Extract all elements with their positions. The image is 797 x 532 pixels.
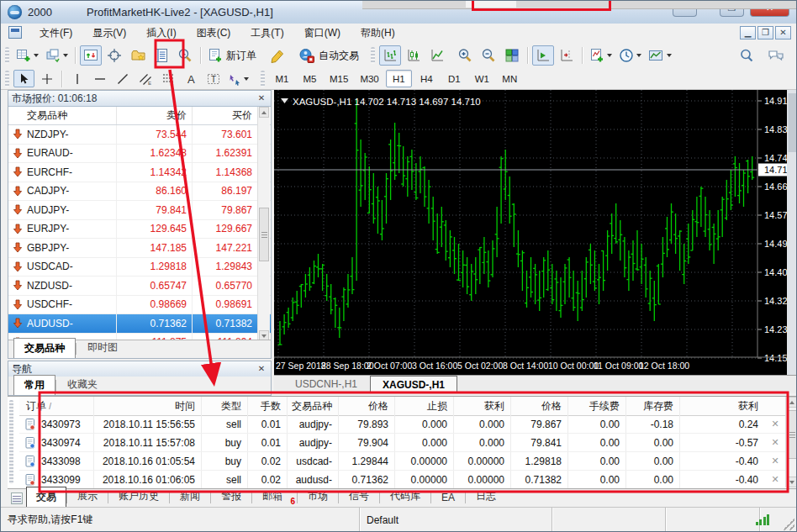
- toolbar-gripper[interactable]: [5, 71, 9, 87]
- menu-item[interactable]: 文件(F): [29, 24, 82, 43]
- market-watch-row[interactable]: CADJPY-86.16086.197: [8, 182, 271, 202]
- terminal-tab-5[interactable]: 邮箱6: [252, 486, 297, 507]
- period-button-m15[interactable]: M15: [325, 70, 353, 87]
- fibonacci-button[interactable]: F: [157, 70, 178, 87]
- market-watch-row[interactable]: EURCHF-1.143421.14368: [8, 163, 271, 182]
- chart-bars-button[interactable]: [379, 45, 401, 66]
- dropdown-arrow-icon[interactable]: [607, 54, 612, 57]
- terminal-tab-1[interactable]: 展示: [67, 486, 108, 507]
- navigator-tab-1[interactable]: 收藏夹: [56, 374, 108, 395]
- mdi-restore-button[interactable]: ❐: [757, 26, 773, 40]
- zoom-in-button[interactable]: [454, 45, 476, 66]
- crosshair-cursor-button[interactable]: [36, 70, 57, 87]
- strategy-tester-button[interactable]: [174, 45, 196, 66]
- search-button[interactable]: [736, 45, 757, 66]
- chart-shift-button[interactable]: [556, 45, 578, 66]
- autotrading-label[interactable]: 自动交易: [319, 49, 359, 63]
- close-order-icon[interactable]: ✕: [764, 419, 786, 429]
- market-watch-column-header[interactable]: 交易品种卖价买价: [8, 107, 271, 125]
- terminal-tab-3[interactable]: 新闻: [170, 486, 210, 507]
- toolbar-gripper[interactable]: [261, 71, 265, 87]
- market-watch-header[interactable]: 市场报价: 01:06:18 ✕: [8, 91, 271, 107]
- horizontal-line-button[interactable]: [89, 70, 110, 87]
- terminal-tab-8[interactable]: 代码库: [380, 486, 430, 507]
- market-watch-scrollbar[interactable]: [257, 107, 270, 341]
- navigator-tab-0[interactable]: 常用: [13, 375, 55, 395]
- period-button-h4[interactable]: H4: [414, 70, 440, 87]
- terminal-tab-7[interactable]: 信号: [339, 486, 379, 507]
- chat-button[interactable]: [765, 45, 787, 66]
- tile-windows-button[interactable]: [501, 45, 523, 66]
- mdi-close-button[interactable]: ✕: [775, 26, 791, 40]
- new-chart-button[interactable]: [13, 45, 41, 66]
- column-header-ask[interactable]: 买价: [192, 107, 257, 124]
- navigator-toggle-button[interactable]: [127, 45, 149, 66]
- period-button-m5[interactable]: M5: [297, 70, 323, 87]
- terminal-tab-9[interactable]: EA: [431, 488, 465, 507]
- mdi-minimize-button[interactable]: ▁: [740, 26, 756, 40]
- menu-item[interactable]: 插入(I): [136, 24, 186, 43]
- column-header-open-price[interactable]: 价格: [338, 397, 394, 415]
- column-header-symbol[interactable]: 交易品种: [27, 108, 116, 123]
- arrows-button[interactable]: [225, 70, 251, 87]
- dropdown-arrow-icon[interactable]: [63, 54, 68, 57]
- terminal-tab-10[interactable]: 日志: [466, 486, 506, 507]
- column-header-commission[interactable]: 手续费: [567, 397, 625, 415]
- market-watch-row[interactable]: NZDUSD-0.657470.65770: [8, 277, 271, 296]
- chart-candles-button[interactable]: [403, 45, 425, 66]
- chart-window-icon[interactable]: [8, 26, 22, 39]
- period-button-m30[interactable]: M30: [355, 70, 383, 87]
- terminal-tab-2[interactable]: 账户历史: [108, 486, 169, 507]
- column-header-type[interactable]: 类型: [201, 397, 247, 415]
- column-header-lots[interactable]: 手数: [247, 397, 287, 415]
- market-watch-row[interactable]: USDCHF-0.986690.98691: [8, 296, 271, 315]
- toolbar-gripper[interactable]: [5, 47, 9, 64]
- data-window-button[interactable]: [103, 45, 125, 66]
- market-watch-row[interactable]: EURJPY-129.645129.667: [8, 220, 271, 240]
- resize-grip[interactable]: [783, 519, 794, 530]
- orders-table-header[interactable]: 订单 /时间类型手数交易品种价格止损获利价格手续费库存费获利: [19, 397, 786, 416]
- terminal-toggle-button[interactable]: [150, 45, 172, 66]
- vertical-line-button[interactable]: [66, 70, 87, 87]
- column-header-current-price[interactable]: 价格: [510, 397, 567, 415]
- scrollbar-thumb[interactable]: [787, 410, 797, 459]
- dropdown-arrow-icon[interactable]: [34, 54, 39, 57]
- column-header-swap[interactable]: 库存费: [625, 397, 679, 415]
- column-header-profit[interactable]: 获利: [679, 397, 764, 415]
- price-chart[interactable]: 14.91514.83014.74514.66014.57514.49014.4…: [274, 90, 797, 375]
- menu-item[interactable]: 工具(T): [240, 24, 293, 43]
- menu-item[interactable]: 窗口(W): [294, 24, 351, 43]
- close-icon[interactable]: ✕: [256, 363, 267, 375]
- templates-button[interactable]: [646, 45, 674, 66]
- terminal-scrollbar[interactable]: [785, 397, 797, 487]
- scroll-down-icon[interactable]: [787, 477, 797, 487]
- zoom-out-button[interactable]: [478, 45, 499, 66]
- column-header-order[interactable]: 订单 /: [19, 399, 93, 413]
- autotrading-button[interactable]: 自动交易: [296, 45, 362, 66]
- market-watch-row[interactable]: USDCAD-1.298181.29843: [8, 258, 271, 277]
- toolbar-gripper[interactable]: [371, 47, 375, 64]
- panel-gripper[interactable]: [9, 400, 13, 484]
- period-button-mn[interactable]: MN: [497, 70, 523, 87]
- market-watch-row[interactable]: AUDJPY-79.84179.867: [8, 201, 271, 220]
- period-button-m1[interactable]: M1: [269, 70, 295, 87]
- column-header-time[interactable]: 时间: [93, 397, 201, 415]
- period-button-h1[interactable]: H1: [386, 70, 412, 87]
- order-row[interactable]: 34330982018.10.16 01:05:54buy0.02usdcad-…: [19, 452, 786, 471]
- metaeditor-button[interactable]: [267, 45, 288, 66]
- market-watch-row[interactable]: GBPJPY-147.185147.221: [8, 239, 271, 258]
- market-watch-tab-1[interactable]: 即时图: [77, 337, 129, 358]
- new-order-label[interactable]: 新订单: [226, 49, 256, 63]
- period-button-w1[interactable]: W1: [469, 70, 495, 87]
- market-watch-row[interactable]: NZDJPY-73.54473.601: [8, 125, 271, 145]
- column-header-stop-loss[interactable]: 止损: [394, 397, 453, 415]
- scrollbar-thumb[interactable]: [259, 208, 269, 261]
- periods-button[interactable]: [616, 45, 644, 66]
- market-watch-toggle-button[interactable]: [80, 45, 102, 66]
- close-order-icon[interactable]: ✕: [764, 456, 786, 466]
- dropdown-arrow-icon[interactable]: [636, 54, 641, 57]
- close-order-icon[interactable]: ✕: [764, 437, 786, 448]
- profiles-button[interactable]: [43, 45, 71, 66]
- chart-line-button[interactable]: [426, 45, 448, 66]
- market-watch-row[interactable]: AUDUSD-0.713620.71382: [8, 314, 271, 334]
